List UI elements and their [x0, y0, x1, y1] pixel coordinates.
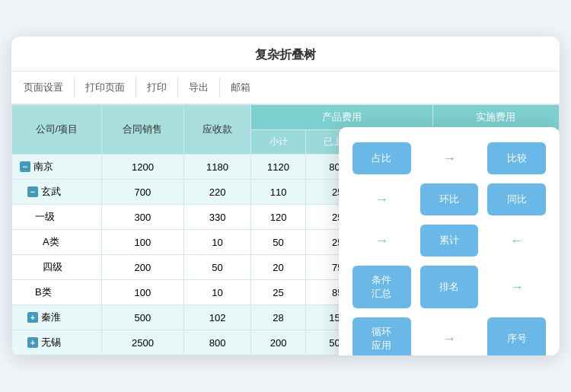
row-cell: 700: [101, 180, 183, 205]
arrow-1: →: [352, 183, 411, 215]
col-header-receivable: 应收款: [184, 105, 251, 155]
toolbar-export[interactable]: 导出: [178, 78, 220, 97]
row-cell: 20: [251, 255, 306, 280]
arrow-4: →: [487, 266, 546, 308]
popup-btn-paiming[interactable]: 排名: [420, 266, 479, 308]
col-header-contract: 合同销售: [101, 105, 183, 155]
arrow-2: →: [352, 225, 411, 257]
row-label: 一级: [12, 205, 102, 230]
arrow-5: →: [420, 317, 479, 355]
row-cell: 200: [101, 255, 183, 280]
row-cell: 1120: [251, 155, 306, 180]
row-cell: 10: [184, 230, 251, 255]
toolbar-page-setup[interactable]: 页面设置: [24, 78, 75, 97]
popup-btn-tongbi[interactable]: 同比: [487, 183, 546, 215]
row-cell: 100: [101, 230, 183, 255]
row-cell: 300: [101, 205, 183, 230]
col-header-company: 公司/项目: [12, 105, 102, 155]
row-cell: 102: [184, 305, 251, 330]
popup-btn-xunhuan[interactable]: 循环应用: [352, 317, 411, 355]
row-cell: 10: [184, 280, 251, 305]
row-cell: 110: [251, 180, 306, 205]
arrow-0: →: [420, 142, 479, 174]
popup-btn-zhanbi[interactable]: 占比: [352, 142, 411, 174]
row-label: 四级: [12, 255, 102, 280]
row-label: −玄武: [12, 180, 102, 205]
title-bar: 复杂折叠树: [11, 37, 560, 72]
popup-btn-tiaojian[interactable]: 条件汇总: [352, 266, 411, 308]
toolbar: 页面设置 打印页面 打印 导出 邮箱: [11, 72, 560, 104]
popup-grid: 占比 → 比较 → 环比 同比 → 累计 ← 条件汇总 排名 → 循环应用 → …: [352, 142, 546, 355]
toolbar-print[interactable]: 打印: [136, 78, 178, 97]
row-cell: 200: [251, 330, 306, 355]
toolbar-email[interactable]: 邮箱: [220, 78, 261, 97]
popup-overlay: 占比 → 比较 → 环比 同比 → 累计 ← 条件汇总 排名 → 循环应用 → …: [339, 127, 560, 355]
row-cell: 330: [184, 205, 251, 230]
window-title: 复杂折叠树: [255, 48, 316, 61]
row-cell: 28: [251, 305, 306, 330]
row-cell: 25: [251, 280, 306, 305]
expand-button[interactable]: +: [27, 337, 38, 348]
row-label: B类: [12, 280, 102, 305]
sub-header-subtotal: 小计: [251, 130, 306, 155]
row-cell: 100: [101, 280, 183, 305]
collapse-button[interactable]: −: [20, 161, 30, 172]
group-header-product: 产品费用: [251, 105, 433, 130]
toolbar-print-page[interactable]: 打印页面: [75, 78, 136, 97]
expand-button[interactable]: +: [27, 312, 38, 323]
popup-btn-bijiao[interactable]: 比较: [487, 142, 546, 174]
row-cell: 50: [184, 255, 251, 280]
popup-btn-xuhao[interactable]: 序号: [487, 317, 546, 355]
arrow-3: ←: [487, 225, 546, 257]
row-cell: 1180: [184, 155, 251, 180]
row-label: +无锡: [12, 330, 102, 355]
group-header-impl: 实施费用: [432, 105, 560, 130]
row-cell: 1200: [101, 155, 183, 180]
popup-btn-leiji[interactable]: 累计: [420, 225, 479, 257]
row-cell: 2500: [101, 330, 183, 355]
popup-btn-huanbi[interactable]: 环比: [420, 183, 479, 215]
row-label: −南京: [12, 155, 102, 180]
row-cell: 50: [251, 230, 306, 255]
row-label: +秦淮: [12, 305, 102, 330]
main-window: 复杂折叠树 页面设置 打印页面 打印 导出 邮箱 公司/项目 合同销售 应收款 …: [11, 37, 560, 355]
row-cell: 800: [184, 330, 251, 355]
collapse-button[interactable]: −: [27, 186, 38, 197]
row-cell: 500: [101, 305, 183, 330]
row-label: A类: [12, 230, 102, 255]
row-cell: 220: [184, 180, 251, 205]
row-cell: 120: [251, 205, 306, 230]
main-content: 公司/项目 合同销售 应收款 产品费用 实施费用 小计 已上线 未上线 已上线 …: [11, 104, 560, 355]
